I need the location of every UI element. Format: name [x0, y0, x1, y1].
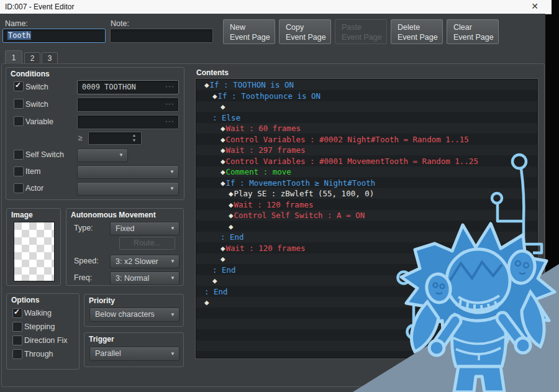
event-command[interactable]: ◆ [196, 297, 537, 308]
note-input[interactable] [110, 29, 213, 43]
event-command[interactable]: ◆ [196, 101, 537, 112]
diamond-icon: ◆ [229, 211, 234, 220]
name-input[interactable]: Tooth [2, 29, 106, 43]
switch1-field[interactable]: 0009 TOOTHON ··· [77, 80, 179, 94]
diamond-icon: ◆ [212, 276, 217, 285]
command-text: If : TOOTHON is ON [210, 80, 294, 89]
diamond-icon: ◆ [220, 167, 225, 176]
movement-type-value: Fixed [116, 222, 135, 235]
tab-page-3[interactable]: 3 [42, 52, 58, 64]
item-dropdown[interactable]: ▼ [77, 165, 179, 179]
title-bar[interactable]: ID:007 - Event Editor ✕ [0, 0, 552, 14]
trigger-title: Trigger [89, 335, 114, 344]
options-title: Options [11, 296, 39, 304]
freq-label: Freq: [74, 273, 92, 282]
dropdown-arrow-icon: ▼ [170, 272, 175, 285]
actor-label: Actor [25, 184, 43, 193]
event-command[interactable]: ◆Wait : 120 frames [196, 199, 537, 211]
delete-event-page-button[interactable]: Delete Event Page [391, 19, 443, 44]
event-command[interactable]: ◆ [196, 221, 537, 232]
note-label: Note: [111, 19, 129, 28]
variable-operand-spinner[interactable]: ▲ ▼ [88, 132, 142, 145]
window-title: ID:007 - Event Editor [5, 0, 74, 14]
event-command-branch[interactable]: : End [196, 265, 537, 276]
command-text: Wait : 297 frames [226, 145, 306, 155]
event-command[interactable]: ◆Control Variables : #0001 MovementTooth… [196, 156, 537, 167]
clear-event-page-button[interactable]: Clear Event Page [447, 19, 499, 44]
paste-event-page-button[interactable]: Paste Event Page [335, 19, 387, 44]
event-image-preview[interactable] [14, 222, 55, 281]
tab-page-2[interactable]: 2 [24, 52, 40, 64]
command-text: Wait : 60 frames [226, 124, 301, 133]
type-label: Type: [74, 224, 93, 232]
stepping-label: Stepping [24, 322, 55, 331]
item-checkbox[interactable] [14, 166, 24, 176]
command-text: If : Toothpounce is ON [218, 91, 321, 101]
ellipsis-button[interactable]: ··· [165, 116, 175, 129]
diamond-icon: ◆ [220, 102, 225, 111]
trigger-value: Parallel [95, 347, 121, 360]
switch1-value: 0009 TOOTHON [82, 81, 136, 94]
event-command[interactable]: ◆If : Toothpounce is ON [196, 91, 537, 102]
variable-checkbox[interactable] [14, 116, 24, 126]
command-text: : End [220, 232, 244, 242]
event-command[interactable]: ◆ [196, 275, 537, 286]
event-command[interactable]: ◆ [196, 253, 537, 265]
stepping-checkbox[interactable] [12, 322, 22, 332]
name-value-selected: Tooth [7, 31, 31, 40]
variable-field[interactable]: ··· [77, 115, 179, 129]
event-command[interactable]: ◆Wait : 120 frames [196, 243, 537, 254]
self-switch-dropdown[interactable]: ▼ [77, 148, 128, 162]
actor-checkbox[interactable] [14, 183, 24, 193]
conditions-title: Conditions [11, 70, 50, 78]
through-label: Through [24, 350, 53, 358]
switch2-checkbox[interactable] [14, 99, 24, 109]
walking-checkbox[interactable]: ✓ [12, 308, 22, 318]
event-command[interactable]: ◆Play SE : zBwleft (55, 100, 0) [196, 188, 537, 199]
diamond-icon: ◆ [220, 178, 225, 188]
event-command-branch[interactable]: : End [196, 232, 537, 243]
event-command[interactable]: ◆Wait : 60 frames [196, 123, 537, 134]
new-event-page-button[interactable]: New Event Page [223, 19, 275, 44]
switch1-checkbox[interactable]: ✓ [14, 81, 24, 91]
movement-title: Autonomous Movement [71, 211, 156, 219]
event-command[interactable]: ◆If : TOOTHON is ON [196, 80, 537, 91]
priority-dropdown[interactable]: Below characters ▼ [89, 308, 180, 322]
ellipsis-button[interactable]: ··· [165, 98, 175, 111]
priority-value: Below characters [95, 308, 155, 321]
switch1-label: Switch [25, 83, 48, 91]
dropdown-arrow-icon: ▼ [170, 255, 175, 268]
diamond-icon: ◆ [220, 124, 225, 133]
priority-title: Priority [89, 296, 115, 305]
event-editor-window: ID:007 - Event Editor ✕ Name: Tooth Note… [0, 0, 559, 392]
command-text: Control Variables : #0001 MovementTooth … [226, 157, 478, 166]
copy-event-page-button[interactable]: Copy Event Page [279, 19, 331, 44]
actor-dropdown[interactable]: ▼ [77, 182, 179, 196]
ellipsis-button[interactable]: ··· [165, 81, 175, 94]
event-command[interactable]: ◆Control Self Switch : A = ON [196, 210, 537, 221]
event-command-branch[interactable]: : End [196, 286, 537, 298]
direction-fix-checkbox[interactable] [12, 335, 22, 345]
switch2-field[interactable]: ··· [77, 98, 179, 112]
event-command[interactable]: ◆Wait : 297 frames [196, 145, 537, 156]
event-command[interactable]: ◆Comment : move [196, 166, 537, 178]
through-checkbox[interactable] [12, 349, 22, 359]
trigger-dropdown[interactable]: Parallel ▼ [89, 347, 180, 361]
close-icon[interactable]: ✕ [527, 0, 543, 14]
event-command[interactable]: ◆Control Variables : #0002 Night#Tooth =… [196, 134, 537, 145]
command-text: : End [212, 265, 236, 275]
tab-page-1[interactable]: 1 [5, 50, 22, 64]
movement-type-dropdown[interactable]: Fixed ▼ [110, 222, 180, 235]
movement-freq-dropdown[interactable]: 3: Normal ▼ [110, 271, 180, 285]
event-command-branch[interactable]: : Else [196, 112, 537, 124]
command-text: Comment : move [226, 167, 291, 176]
route-button[interactable]: Route... [119, 237, 175, 250]
spinner-down-icon[interactable]: ▼ [131, 138, 137, 144]
event-command[interactable]: ◆If : MovementTooth ≥ Night#Tooth [196, 178, 537, 189]
self-switch-label: Self Switch [25, 150, 64, 159]
contents-list[interactable]: ◆If : TOOTHON is ON◆If : Toothpounce is … [196, 79, 538, 358]
self-switch-checkbox[interactable] [14, 150, 24, 160]
speed-label: Speed: [74, 257, 99, 265]
dropdown-arrow-icon: ▼ [170, 222, 175, 235]
movement-speed-dropdown[interactable]: 3: x2 Slower ▼ [110, 255, 180, 268]
